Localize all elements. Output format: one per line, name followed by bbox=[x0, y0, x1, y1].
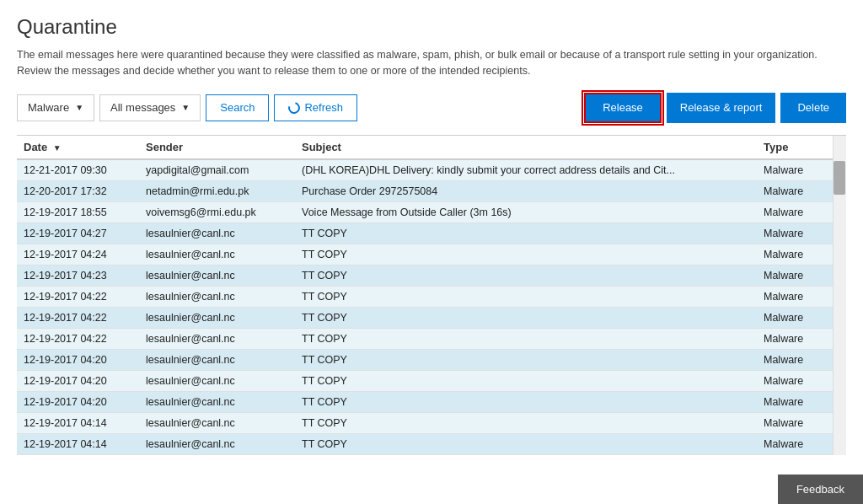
refresh-icon bbox=[287, 99, 303, 115]
cell-type: Malware bbox=[757, 265, 833, 286]
cell-type: Malware bbox=[757, 391, 833, 412]
cell-date: 12-19-2017 04:20 bbox=[17, 391, 139, 412]
cell-subject: TT COPY bbox=[295, 265, 757, 286]
search-button[interactable]: Search bbox=[206, 94, 269, 121]
cell-subject: TT COPY bbox=[295, 307, 757, 328]
table-header-row: Date ▼ Sender Subject Type bbox=[17, 136, 846, 159]
cell-type: Malware bbox=[757, 307, 833, 328]
delete-button-label: Delete bbox=[797, 101, 829, 114]
table-row[interactable]: 12-19-2017 04:23lesaulnier@canl.ncTT COP… bbox=[17, 265, 846, 286]
all-messages-filter-label: All messages bbox=[110, 101, 175, 114]
all-messages-chevron-icon: ▼ bbox=[181, 103, 190, 112]
cell-sender: voivemsg6@rmi.edu.pk bbox=[139, 201, 295, 223]
cell-date: 12-20-2017 17:32 bbox=[17, 180, 139, 201]
page-title: Quarantine bbox=[17, 15, 846, 39]
cell-type: Malware bbox=[757, 159, 833, 181]
cell-date: 12-19-2017 04:27 bbox=[17, 223, 139, 244]
cell-sender: lesaulnier@canl.nc bbox=[139, 412, 295, 433]
refresh-button[interactable]: Refresh bbox=[274, 94, 357, 121]
cell-subject: TT COPY bbox=[295, 328, 757, 349]
cell-sender: lesaulnier@canl.nc bbox=[139, 328, 295, 349]
cell-sender: netadmin@rmi.edu.pk bbox=[139, 180, 295, 201]
cell-date: 12-19-2017 18:55 bbox=[17, 201, 139, 223]
cell-date: 12-19-2017 04:20 bbox=[17, 349, 139, 370]
malware-filter-dropdown[interactable]: Malware ▼ bbox=[17, 94, 94, 121]
table-row[interactable]: 12-19-2017 04:20lesaulnier@canl.ncTT COP… bbox=[17, 370, 846, 391]
cell-type: Malware bbox=[757, 286, 833, 307]
cell-subject: TT COPY bbox=[295, 286, 757, 307]
cell-date: 12-19-2017 04:14 bbox=[17, 433, 139, 454]
table-row[interactable]: 12-20-2017 17:32netadmin@rmi.edu.pkPurch… bbox=[17, 180, 846, 201]
cell-date: 12-19-2017 04:22 bbox=[17, 328, 139, 349]
table-row[interactable]: 12-19-2017 04:22lesaulnier@canl.ncTT COP… bbox=[17, 307, 846, 328]
cell-type: Malware bbox=[757, 433, 833, 454]
cell-date: 12-19-2017 04:23 bbox=[17, 265, 139, 286]
release-button[interactable]: Release bbox=[584, 93, 662, 123]
cell-sender: lesaulnier@canl.nc bbox=[139, 286, 295, 307]
table-row[interactable]: 12-19-2017 04:22lesaulnier@canl.ncTT COP… bbox=[17, 286, 846, 307]
scrollbar-thumb[interactable] bbox=[834, 161, 845, 195]
scrollbar-track[interactable] bbox=[833, 136, 846, 455]
cell-type: Malware bbox=[757, 370, 833, 391]
cell-subject: TT COPY bbox=[295, 412, 757, 433]
malware-filter-label: Malware bbox=[28, 101, 69, 114]
date-sort-icon: ▼ bbox=[53, 143, 62, 153]
quarantine-table: Date ▼ Sender Subject Type 12-21-20 bbox=[17, 136, 846, 455]
col-header-sender[interactable]: Sender bbox=[139, 136, 295, 159]
cell-sender: lesaulnier@canl.nc bbox=[139, 370, 295, 391]
table-wrapper: Date ▼ Sender Subject Type 12-21-20 bbox=[17, 135, 846, 455]
page-container: Quarantine The email messages here were … bbox=[0, 0, 863, 504]
cell-subject: (DHL KOREA)DHL Delivery: kindly submit y… bbox=[295, 159, 757, 181]
release-report-button-label: Release & report bbox=[680, 101, 763, 114]
release-report-button[interactable]: Release & report bbox=[667, 93, 776, 123]
cell-date: 12-19-2017 04:22 bbox=[17, 286, 139, 307]
cell-sender: lesaulnier@canl.nc bbox=[139, 433, 295, 454]
cell-sender: yapdigital@gmail.com bbox=[139, 159, 295, 181]
table-row[interactable]: 12-19-2017 04:20lesaulnier@canl.ncTT COP… bbox=[17, 349, 846, 370]
cell-subject: Voice Message from Outside Caller (3m 16… bbox=[295, 201, 757, 223]
cell-date: 12-21-2017 09:30 bbox=[17, 159, 139, 181]
cell-date: 12-19-2017 04:24 bbox=[17, 244, 139, 265]
cell-date: 12-19-2017 04:14 bbox=[17, 412, 139, 433]
toolbar: Malware ▼ All messages ▼ Search Refresh … bbox=[17, 93, 846, 123]
cell-type: Malware bbox=[757, 180, 833, 201]
cell-subject: TT COPY bbox=[295, 370, 757, 391]
table-row[interactable]: 12-19-2017 04:14lesaulnier@canl.ncTT COP… bbox=[17, 412, 846, 433]
cell-sender: lesaulnier@canl.nc bbox=[139, 307, 295, 328]
cell-type: Malware bbox=[757, 349, 833, 370]
table-row[interactable]: 12-19-2017 18:55voivemsg6@rmi.edu.pkVoic… bbox=[17, 201, 846, 223]
cell-subject: Purchase Order 2972575084 bbox=[295, 180, 757, 201]
col-header-date[interactable]: Date ▼ bbox=[17, 136, 139, 159]
cell-sender: lesaulnier@canl.nc bbox=[139, 391, 295, 412]
table-row[interactable]: 12-19-2017 04:14lesaulnier@canl.ncTT COP… bbox=[17, 433, 846, 454]
table-row[interactable]: 12-19-2017 04:24lesaulnier@canl.ncTT COP… bbox=[17, 244, 846, 265]
cell-type: Malware bbox=[757, 244, 833, 265]
table-row[interactable]: 12-19-2017 04:27lesaulnier@canl.ncTT COP… bbox=[17, 223, 846, 244]
cell-date: 12-19-2017 04:22 bbox=[17, 307, 139, 328]
cell-date: 12-19-2017 04:20 bbox=[17, 370, 139, 391]
col-header-subject[interactable]: Subject bbox=[295, 136, 757, 159]
col-header-type[interactable]: Type bbox=[757, 136, 833, 159]
cell-sender: lesaulnier@canl.nc bbox=[139, 244, 295, 265]
cell-type: Malware bbox=[757, 201, 833, 223]
table-row[interactable]: 12-21-2017 09:30yapdigital@gmail.com(DHL… bbox=[17, 159, 846, 181]
cell-type: Malware bbox=[757, 412, 833, 433]
page-description: The email messages here were quarantined… bbox=[17, 47, 843, 79]
refresh-button-label: Refresh bbox=[304, 101, 343, 114]
cell-sender: lesaulnier@canl.nc bbox=[139, 349, 295, 370]
cell-subject: TT COPY bbox=[295, 223, 757, 244]
table-row[interactable]: 12-19-2017 04:22lesaulnier@canl.ncTT COP… bbox=[17, 328, 846, 349]
cell-subject: TT COPY bbox=[295, 391, 757, 412]
cell-subject: TT COPY bbox=[295, 433, 757, 454]
table-row[interactable]: 12-19-2017 04:20lesaulnier@canl.ncTT COP… bbox=[17, 391, 846, 412]
feedback-button[interactable]: Feedback bbox=[778, 475, 863, 504]
cell-subject: TT COPY bbox=[295, 244, 757, 265]
search-button-label: Search bbox=[220, 101, 255, 114]
cell-subject: TT COPY bbox=[295, 349, 757, 370]
cell-sender: lesaulnier@canl.nc bbox=[139, 223, 295, 244]
malware-chevron-icon: ▼ bbox=[75, 103, 83, 112]
all-messages-filter-dropdown[interactable]: All messages ▼ bbox=[99, 94, 201, 121]
delete-button[interactable]: Delete bbox=[780, 93, 846, 123]
release-button-label: Release bbox=[603, 101, 643, 114]
cell-type: Malware bbox=[757, 223, 833, 244]
